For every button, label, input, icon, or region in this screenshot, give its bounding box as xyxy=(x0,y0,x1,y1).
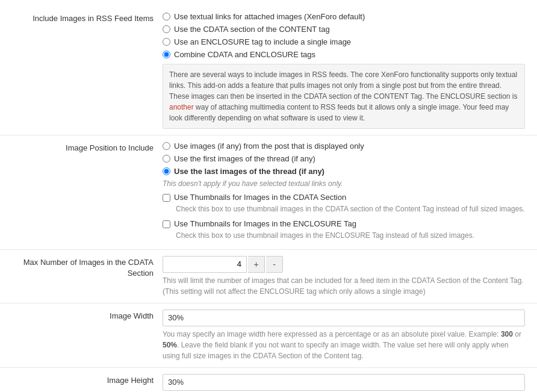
radio-textual[interactable] xyxy=(163,13,170,20)
radio-option-post: Use images (if any) from the post that i… xyxy=(163,142,525,151)
include-images-description: There are several ways to include images… xyxy=(163,64,525,129)
checkbox-thumb-enclosure-label: Use Thumbnails for Images in the ENCLOSU… xyxy=(174,219,356,228)
decrement-button[interactable]: - xyxy=(266,256,283,273)
radio-option-last: Use the last images of the thread (if an… xyxy=(163,167,525,176)
radio-post[interactable] xyxy=(163,142,170,150)
radio-enclosure[interactable] xyxy=(163,38,170,46)
image-width-input[interactable] xyxy=(163,310,525,326)
number-input-group: + - xyxy=(163,256,525,273)
form-container: Include Images in RSS Feed Items Use tex… xyxy=(0,0,537,392)
increment-button[interactable]: + xyxy=(248,256,265,273)
image-width-row: Image Width You may specify an image wid… xyxy=(0,303,537,368)
checkbox-thumb-enclosure-desc: Check this box to use thumbnail images i… xyxy=(176,231,525,241)
radio-textual-label: Use textual links for attached images (X… xyxy=(174,12,365,21)
checkbox-thumb-enclosure-option: Use Thumbnails for Images in the ENCLOSU… xyxy=(163,219,525,228)
include-images-content: Use textual links for attached images (X… xyxy=(163,12,537,129)
image-height-content: You may specify an image height here exp… xyxy=(163,374,537,392)
checkbox-thumb-enclosure[interactable] xyxy=(163,220,170,228)
max-images-hint: This will limit the number of images tha… xyxy=(163,275,525,297)
image-height-label: Image Height xyxy=(0,374,163,386)
max-images-row: Max Number of Images in the CDATA Sectio… xyxy=(0,250,537,303)
radio-last[interactable] xyxy=(163,167,170,175)
checkbox-thumb-cdata-option: Use Thumbnails for Images in the CDATA S… xyxy=(163,193,525,202)
radio-first-label: Use the first images of the thread (if a… xyxy=(174,154,315,163)
checkbox-thumb-cdata[interactable] xyxy=(163,194,170,202)
radio-option-cdata: Use the CDATA section of the CONTENT tag xyxy=(163,25,525,34)
radio-combine-label: Combine CDATA and ENCLOSURE tags xyxy=(174,50,315,59)
include-images-row: Include Images in RSS Feed Items Use tex… xyxy=(0,6,537,135)
radio-option-enclosure: Use an ENCLOSURE tag to include a single… xyxy=(163,37,525,46)
width-example-2: 50% xyxy=(163,341,177,349)
image-position-content: Use images (if any) from the post that i… xyxy=(163,142,537,243)
radio-last-label: Use the last images of the thread (if an… xyxy=(174,167,324,176)
position-hint: This doesn't apply if you have selected … xyxy=(163,179,525,188)
radio-cdata[interactable] xyxy=(163,25,170,33)
checkbox-thumb-cdata-desc: Check this box to use thumbnail images i… xyxy=(176,204,525,214)
image-width-content: You may specify an image width here expr… xyxy=(163,310,537,361)
max-images-input[interactable] xyxy=(163,256,247,273)
highlight-another: another xyxy=(169,103,194,111)
image-width-hint: You may specify an image width here expr… xyxy=(163,329,525,361)
image-width-label: Image Width xyxy=(0,310,163,322)
radio-first[interactable] xyxy=(163,155,170,163)
radio-option-first: Use the first images of the thread (if a… xyxy=(163,154,525,163)
max-images-content: + - This will limit the number of images… xyxy=(163,256,537,297)
checkbox-thumb-cdata-label: Use Thumbnails for Images in the CDATA S… xyxy=(174,193,346,202)
image-height-row: Image Height You may specify an image he… xyxy=(0,368,537,392)
image-position-label: Image Position to Include xyxy=(0,142,163,154)
image-position-row: Image Position to Include Use images (if… xyxy=(0,135,537,250)
radio-option-textual: Use textual links for attached images (X… xyxy=(163,12,525,21)
width-example-1: 300 xyxy=(501,330,513,338)
radio-post-label: Use images (if any) from the post that i… xyxy=(174,142,364,151)
image-height-input[interactable] xyxy=(163,374,525,391)
max-images-label: Max Number of Images in the CDATA Sectio… xyxy=(0,256,163,279)
include-images-label: Include Images in RSS Feed Items xyxy=(0,12,163,24)
radio-option-combine: Combine CDATA and ENCLOSURE tags xyxy=(163,50,525,59)
radio-combine[interactable] xyxy=(163,51,170,58)
radio-enclosure-label: Use an ENCLOSURE tag to include a single… xyxy=(174,37,351,46)
radio-cdata-label: Use the CDATA section of the CONTENT tag xyxy=(174,25,330,34)
